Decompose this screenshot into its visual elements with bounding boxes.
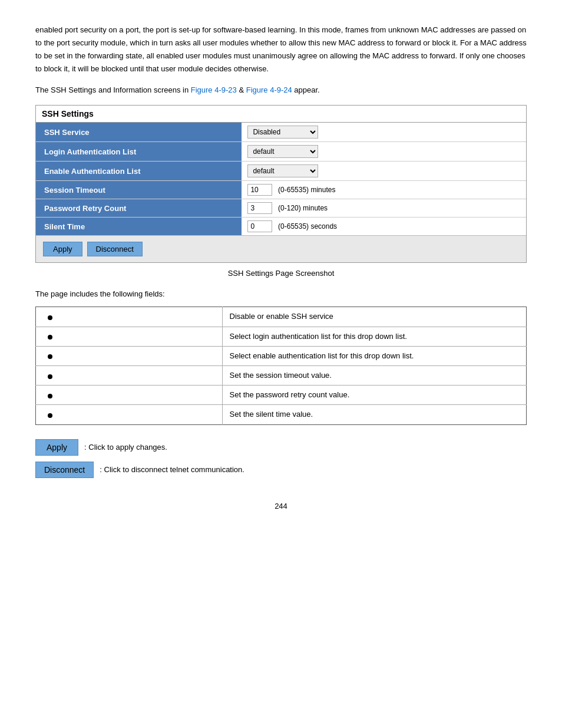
disconnect-bottom-label: : Click to disconnect telnet communicati… [100,465,244,474]
field-desc-5: Set the password retry count value. [222,386,526,405]
disconnect-bottom-button[interactable]: Disconnect [35,462,94,478]
session-timeout-label: Session Timeout [36,181,242,199]
fields-table-row: Set the silent time value. [36,405,527,424]
silent-time-input[interactable] [247,220,272,232]
disconnect-bottom-item: Disconnect : Click to disconnect telnet … [35,462,527,478]
figure-between: & [237,85,246,94]
field-desc-4: Set the session timeout value. [222,366,526,386]
fields-table-row: Disable or enable SSH service [36,307,527,327]
ssh-settings-table: SSH Service Disabled Enabled Login Authe… [36,123,526,235]
field-desc-3: Select enable authentication list for th… [222,346,526,365]
silent-time-value: (0-65535) seconds [242,218,526,236]
login-auth-label: Login Authentication List [36,142,242,162]
ssh-settings-caption: SSH Settings Page Screenshot [35,269,527,278]
enable-auth-value: default [242,162,526,181]
fields-table-row: Set the session timeout value. [36,366,527,386]
enable-auth-select[interactable]: default [247,164,318,177]
field-name-cell-2 [36,327,223,346]
bullet-icon-1 [48,315,52,320]
password-retry-label: Password Retry Count [36,199,242,218]
table-row: SSH Service Disabled Enabled [36,123,526,142]
session-timeout-hint: (0-65535) minutes [278,186,335,194]
figure-ref-prefix: The SSH Settings and Information screens… [35,85,191,94]
login-auth-select[interactable]: default [247,145,318,158]
bullet-icon-6 [48,413,52,418]
ssh-service-value: Disabled Enabled [242,123,526,142]
field-desc-6: Set the silent time value. [222,405,526,424]
table-row: Enable Authentication List default [36,162,526,181]
password-retry-value: (0-120) minutes [242,199,526,218]
fields-table-row: Select enable authentication list for th… [36,346,527,365]
ssh-service-label: SSH Service [36,123,242,142]
ssh-settings-title: SSH Settings [36,106,526,123]
ssh-apply-button[interactable]: Apply [43,242,82,256]
apply-bottom-item: Apply : Click to apply changes. [35,439,527,456]
field-name-cell-3 [36,346,223,365]
session-timeout-input[interactable] [247,184,272,196]
bullet-icon-5 [48,394,52,398]
bullet-icon-3 [48,354,52,359]
ssh-settings-box: SSH Settings SSH Service Disabled Enable… [35,105,527,263]
table-row: Session Timeout (0-65535) minutes [36,181,526,199]
field-name-cell-4 [36,366,223,386]
ssh-service-select[interactable]: Disabled Enabled [247,126,318,139]
field-desc-1: Disable or enable SSH service [222,307,526,327]
ssh-disconnect-button[interactable]: Disconnect [87,242,143,256]
fields-table: Disable or enable SSH service Select log… [35,307,527,424]
apply-bottom-button[interactable]: Apply [35,439,78,456]
field-desc-2: Select login authentication list for thi… [222,327,526,346]
field-name-cell-5 [36,386,223,405]
password-retry-hint: (0-120) minutes [278,204,328,212]
silent-time-hint: (0-65535) seconds [278,222,337,230]
intro-paragraph: enabled port security on a port, the por… [35,24,527,75]
fields-table-row: Set the password retry count value. [36,386,527,405]
table-row: Silent Time (0-65535) seconds [36,218,526,236]
enable-auth-label: Enable Authentication List [36,162,242,181]
figure-suffix: appear. [292,85,320,94]
login-auth-value: default [242,142,526,162]
figure-4-9-24-link[interactable]: Figure 4-9-24 [246,85,292,94]
bullet-icon-4 [48,374,52,379]
silent-time-label: Silent Time [36,218,242,236]
session-timeout-value: (0-65535) minutes [242,181,526,199]
figure-ref-line: The SSH Settings and Information screens… [35,84,527,97]
ssh-button-row: Apply Disconnect [36,235,526,262]
password-retry-input[interactable] [247,202,272,214]
figure-4-9-23-link[interactable]: Figure 4-9-23 [191,85,237,94]
field-name-cell-1 [36,307,223,327]
fields-intro: The page includes the following fields: [35,289,527,298]
fields-table-row: Select login authentication list for thi… [36,327,527,346]
table-row: Login Authentication List default [36,142,526,162]
bottom-section: Apply : Click to apply changes. Disconne… [35,439,527,478]
bullet-icon-2 [48,335,52,340]
apply-bottom-label: : Click to apply changes. [84,443,167,452]
page-number: 244 [35,502,527,510]
field-name-cell-6 [36,405,223,424]
table-row: Password Retry Count (0-120) minutes [36,199,526,218]
